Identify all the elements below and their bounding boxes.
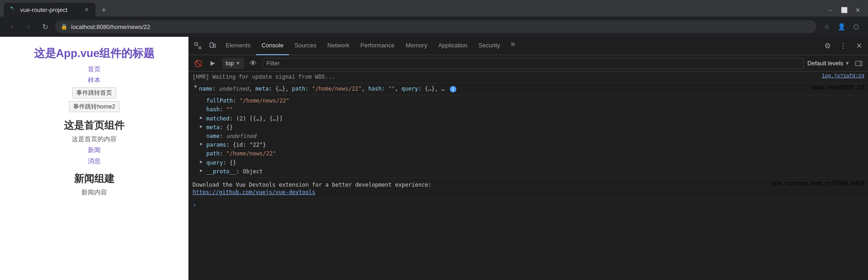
tab-application[interactable]: Application	[433, 37, 473, 55]
tab-close-button[interactable]: ✕	[83, 6, 90, 13]
maximize-button[interactable]: ⬜	[838, 4, 851, 17]
hmr-message: [HMR] Waiting for update signal from WDS…	[193, 73, 818, 81]
console-object-line: ▶ name: undefined, meta: {…}, path: "/ho…	[189, 83, 868, 95]
prop-fullpath: fullPath: "/home/news/22"	[200, 97, 864, 105]
bookmark-button[interactable]: ☆	[820, 20, 833, 33]
console-hmr-line: [HMR] Waiting for update signal from WDS…	[189, 72, 868, 83]
svg-rect-3	[210, 43, 213, 47]
download-source[interactable]: vue.runtime.esm.js?2b0e:8429	[772, 181, 864, 187]
tab-favicon	[9, 6, 17, 13]
execute-script-button[interactable]	[207, 58, 218, 69]
close-button[interactable]: ✕	[851, 4, 864, 17]
sidebar-toggle-button[interactable]	[853, 58, 864, 69]
message-link[interactable]: 消息	[88, 157, 101, 166]
browser-chrome: vue-router-project ✕ + ─ ⬜ ✕ ‹ › ↻ 🔒 loc…	[0, 0, 868, 37]
tab-title: vue-router-project	[20, 6, 79, 13]
device-toolbar-button[interactable]	[205, 39, 220, 53]
tab-memory[interactable]: Memory	[400, 37, 433, 55]
extensions-button[interactable]: ⬡	[850, 20, 862, 33]
news-component-title: 新闻组建	[74, 172, 114, 186]
tab-elements[interactable]: Elements	[220, 37, 256, 55]
tab-performance[interactable]: Performance	[355, 37, 400, 55]
news-component-content: 新闻内容	[81, 189, 107, 197]
svg-rect-2	[195, 43, 198, 46]
svg-rect-6	[856, 61, 862, 66]
context-dropdown-arrow: ▼	[236, 61, 240, 66]
prop-meta: ▶ meta: {}	[200, 123, 864, 132]
new-tab-button[interactable]: +	[97, 4, 110, 17]
sample-link[interactable]: 样本	[88, 76, 101, 85]
tab-sources[interactable]: Sources	[289, 37, 322, 55]
home-link[interactable]: 首页	[88, 65, 101, 74]
jump-home-button[interactable]: 事件跳转首页	[72, 87, 116, 98]
log-levels-selector[interactable]: Default levels ▼	[807, 60, 850, 67]
devtools-link[interactable]: https://github.com/vuejs/vue-devtools	[193, 189, 772, 195]
svg-rect-4	[214, 44, 216, 47]
window-controls: ─ ⬜ ✕	[824, 4, 864, 17]
object-info-icon[interactable]: i	[450, 86, 456, 92]
matched-expand-arrow[interactable]: ▶	[200, 114, 206, 122]
console-toolbar: 🚫 top ▼ 👁 Default levels ▼	[189, 55, 868, 72]
address-bar[interactable]: 🔒 localhost:8080/home/news/22	[55, 20, 817, 33]
reload-button[interactable]: ↻	[39, 20, 51, 33]
inspect-element-button[interactable]	[191, 39, 205, 53]
app-title: 这是App.vue组件的标题	[34, 46, 155, 61]
tab-security[interactable]: Security	[473, 37, 505, 55]
filter-input[interactable]	[262, 58, 804, 69]
download-devtools-line: Download the Vue Devtools extension for …	[189, 178, 868, 199]
download-text: Download the Vue Devtools extension for …	[193, 181, 772, 189]
params-expand-arrow[interactable]: ▶	[200, 141, 206, 148]
page-content: 这是App.vue组件的标题 首页 样本 事件跳转首页 事件跳转home2 这是…	[0, 37, 188, 280]
hmr-source[interactable]: log.js?1afd:24	[822, 73, 864, 79]
jump-home2-button[interactable]: 事件跳转home2	[69, 101, 119, 112]
prop-matched: ▶ matched: (2) [{…}, {…}]	[200, 114, 864, 123]
devtools-toolbar-right: ⚙ ⋮ ✕	[820, 39, 866, 53]
devtools-toolbar: Elements Console Sources Network Perform…	[189, 37, 868, 55]
object-expand-arrow[interactable]: ▶	[193, 86, 199, 92]
devtools-panel: Elements Console Sources Network Perform…	[188, 37, 868, 280]
console-input[interactable]	[198, 202, 864, 208]
lock-icon: 🔒	[61, 23, 68, 30]
svg-marker-1	[13, 7, 14, 11]
prop-path: path: "/home/news/22"	[200, 149, 864, 158]
devtools-tabs: Elements Console Sources Network Perform…	[220, 37, 820, 55]
prop-params: ▶ params: {id: "22"}	[200, 141, 864, 149]
settings-button[interactable]: ⚙	[820, 39, 835, 53]
svg-marker-0	[10, 7, 13, 9]
home-component-content: 这是首页的内容	[72, 135, 117, 143]
tab-network[interactable]: Network	[322, 37, 355, 55]
object-source[interactable]: news.vue?5d3f:12	[811, 85, 864, 91]
tab-console[interactable]: Console	[256, 37, 289, 55]
forward-button[interactable]: ›	[22, 20, 35, 33]
more-options-button[interactable]: ⋮	[836, 39, 851, 53]
close-devtools-button[interactable]: ✕	[851, 39, 866, 53]
prop-query: ▶ query: {}	[200, 159, 864, 167]
prompt-arrow-icon: ›	[193, 201, 196, 209]
clear-console-button[interactable]: 🚫	[193, 58, 204, 69]
url-text: localhost:8080/home/news/22	[71, 23, 811, 30]
back-button[interactable]: ‹	[6, 20, 18, 33]
home-component-title: 这是首页组件	[64, 119, 125, 132]
object-properties: fullPath: "/home/news/22" hash: "" ▶ mat…	[189, 95, 868, 178]
minimize-button[interactable]: ─	[824, 4, 837, 17]
levels-dropdown-arrow: ▼	[845, 61, 850, 66]
address-bar-actions: ☆ 👤 ⬡	[820, 20, 862, 33]
more-tabs-button[interactable]: »	[505, 37, 520, 51]
tab-bar: vue-router-project ✕ + ─ ⬜ ✕	[0, 0, 868, 17]
meta-expand-arrow[interactable]: ▶	[200, 123, 206, 131]
active-tab[interactable]: vue-router-project ✕	[4, 3, 96, 17]
proto-expand-arrow[interactable]: ▶	[200, 167, 206, 175]
address-bar-row: ‹ › ↻ 🔒 localhost:8080/home/news/22 ☆ 👤 …	[0, 17, 868, 37]
profile-button[interactable]: 👤	[835, 20, 848, 33]
main-area: 这是App.vue组件的标题 首页 样本 事件跳转首页 事件跳转home2 这是…	[0, 37, 868, 280]
prop-name: name: undefined	[200, 132, 864, 141]
live-expressions-button[interactable]: 👁	[248, 58, 259, 69]
svg-marker-5	[210, 61, 215, 66]
query-expand-arrow[interactable]: ▶	[200, 159, 206, 166]
console-output[interactable]: [HMR] Waiting for update signal from WDS…	[189, 72, 868, 280]
prop-proto: ▶ __proto__: Object	[200, 167, 864, 176]
console-prompt[interactable]: ›	[189, 199, 868, 211]
prop-hash: hash: ""	[200, 105, 864, 114]
news-link[interactable]: 新闻	[88, 146, 101, 154]
context-selector[interactable]: top ▼	[222, 58, 244, 69]
